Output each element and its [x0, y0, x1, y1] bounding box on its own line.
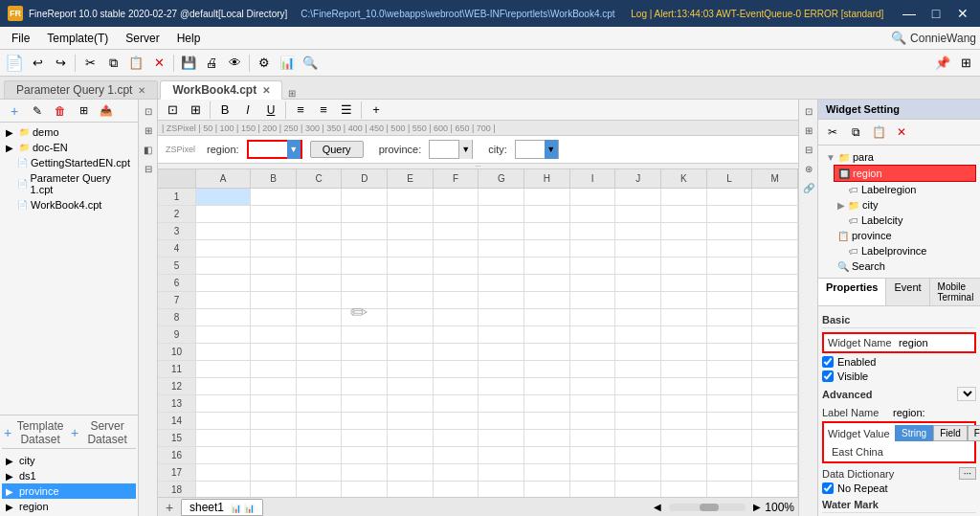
- list-item[interactable]: [388, 378, 434, 395]
- list-item[interactable]: [196, 395, 251, 413]
- list-item[interactable]: [570, 395, 616, 413]
- list-item[interactable]: [434, 258, 479, 275]
- sheet-tab-icon1[interactable]: 📊: [231, 504, 241, 513]
- list-item[interactable]: [752, 344, 798, 361]
- list-item[interactable]: [434, 464, 479, 482]
- list-item[interactable]: [707, 378, 753, 395]
- list-item[interactable]: [196, 361, 251, 378]
- list-item[interactable]: [524, 430, 570, 447]
- list-item[interactable]: [707, 464, 753, 482]
- list-item[interactable]: [251, 258, 297, 275]
- list-item[interactable]: [297, 292, 343, 309]
- query-button[interactable]: Query: [310, 141, 364, 158]
- tree-item-workbook4[interactable]: 📄 WorkBook4.cpt: [2, 197, 136, 213]
- list-item[interactable]: [388, 482, 434, 497]
- list-item[interactable]: [297, 361, 343, 378]
- list-item[interactable]: [196, 430, 251, 447]
- list-item[interactable]: [707, 258, 753, 275]
- tree-item-city-widget[interactable]: ▶ 📁 city: [834, 197, 976, 213]
- list-item[interactable]: [434, 223, 479, 240]
- list-item[interactable]: [479, 240, 524, 258]
- list-item[interactable]: [388, 258, 434, 275]
- list-item[interactable]: [196, 378, 251, 395]
- list-item[interactable]: [342, 430, 388, 447]
- search-btn[interactable]: 🔍: [300, 53, 321, 74]
- minimize-button[interactable]: —: [900, 4, 919, 23]
- maximize-button[interactable]: □: [926, 4, 946, 23]
- list-item[interactable]: [752, 258, 798, 275]
- list-item[interactable]: [752, 223, 798, 240]
- add-dataset-btn[interactable]: +: [4, 425, 11, 440]
- list-item[interactable]: [434, 189, 479, 206]
- list-item[interactable]: [524, 378, 570, 395]
- list-item[interactable]: [251, 430, 297, 447]
- list-item[interactable]: [297, 413, 343, 430]
- list-item[interactable]: [196, 344, 251, 361]
- list-item[interactable]: [707, 309, 753, 326]
- list-item[interactable]: [297, 206, 343, 223]
- list-item[interactable]: [479, 223, 524, 240]
- list-item[interactable]: [752, 292, 798, 309]
- list-item[interactable]: [434, 378, 479, 395]
- list-item[interactable]: [479, 482, 524, 497]
- region-input[interactable]: [249, 143, 287, 156]
- list-item[interactable]: [752, 447, 798, 464]
- list-item[interactable]: [251, 240, 297, 258]
- list-item[interactable]: [434, 395, 479, 413]
- sheet-tab-1[interactable]: sheet1 📊 📊: [181, 499, 263, 516]
- list-item[interactable]: [752, 378, 798, 395]
- list-item[interactable]: [524, 326, 570, 344]
- list-item[interactable]: [615, 206, 661, 223]
- list-item[interactable]: [707, 189, 753, 206]
- list-item[interactable]: [251, 464, 297, 482]
- list-item[interactable]: [342, 309, 388, 326]
- list-item[interactable]: [661, 206, 707, 223]
- scroll-bar[interactable]: [669, 504, 746, 511]
- list-item[interactable]: [434, 430, 479, 447]
- list-item[interactable]: [707, 326, 753, 344]
- tree-item-region[interactable]: 🔲 region: [834, 165, 976, 182]
- right-icon-2[interactable]: ⊞: [801, 123, 816, 138]
- list-item[interactable]: [297, 447, 343, 464]
- list-item[interactable]: [388, 413, 434, 430]
- list-item[interactable]: [752, 482, 798, 497]
- tree-item-labelprovince[interactable]: 🏷 Labelprovince: [845, 243, 976, 258]
- list-item[interactable]: [524, 482, 570, 497]
- list-item[interactable]: [707, 430, 753, 447]
- list-item[interactable]: [251, 482, 297, 497]
- left-icon-4[interactable]: ⊟: [141, 161, 156, 176]
- edit-item-btn[interactable]: ✎: [27, 101, 48, 122]
- list-item[interactable]: [570, 258, 616, 275]
- list-item[interactable]: [388, 189, 434, 206]
- list-item[interactable]: [251, 309, 297, 326]
- province-input[interactable]: [430, 144, 458, 155]
- list-item[interactable]: [752, 430, 798, 447]
- list-item[interactable]: [297, 240, 343, 258]
- list-item[interactable]: [752, 309, 798, 326]
- list-item[interactable]: [570, 413, 616, 430]
- list-item[interactable]: [388, 240, 434, 258]
- list-item[interactable]: [661, 482, 707, 497]
- list-item[interactable]: [297, 223, 343, 240]
- param-tool-1[interactable]: ⊡: [162, 100, 183, 121]
- list-item[interactable]: [661, 292, 707, 309]
- search-icon[interactable]: 🔍: [891, 31, 906, 45]
- list-item[interactable]: [752, 240, 798, 258]
- list-item[interactable]: [479, 378, 524, 395]
- list-item[interactable]: [196, 258, 251, 275]
- list-item[interactable]: [251, 223, 297, 240]
- list-item[interactable]: [570, 223, 616, 240]
- list-item[interactable]: [297, 309, 343, 326]
- list-item[interactable]: [615, 292, 661, 309]
- list-item[interactable]: [661, 344, 707, 361]
- param-tool-4[interactable]: I: [237, 100, 258, 121]
- list-item[interactable]: [661, 413, 707, 430]
- list-item[interactable]: [251, 275, 297, 292]
- list-item[interactable]: [479, 344, 524, 361]
- list-item[interactable]: [297, 258, 343, 275]
- list-item[interactable]: [524, 223, 570, 240]
- city-input[interactable]: [516, 144, 545, 155]
- list-item[interactable]: [752, 361, 798, 378]
- list-item[interactable]: [661, 326, 707, 344]
- list-item[interactable]: [661, 258, 707, 275]
